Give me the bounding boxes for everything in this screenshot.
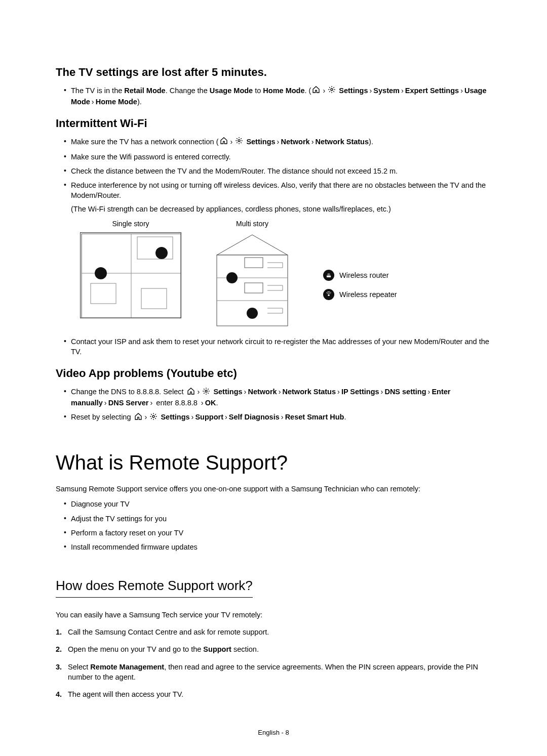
text: ).: [137, 98, 142, 106]
separator-icon: ›: [369, 87, 372, 95]
separator-icon: ›: [225, 413, 227, 421]
text: .: [344, 413, 346, 421]
list-item: Contact your ISP and ask them to reset y…: [64, 337, 491, 357]
nav-step: Settings: [213, 388, 242, 396]
diagram-row: Single story Multi story: [80, 219, 491, 328]
separator-icon: ›: [244, 388, 247, 396]
separator-icon: ›: [428, 388, 431, 396]
separator-icon: ›: [150, 399, 153, 407]
legend-label: Wireless router: [339, 270, 389, 280]
separator-icon: ›: [198, 388, 200, 396]
nav-step: Self Diagnosis: [229, 413, 280, 421]
svg-point-9: [155, 247, 168, 259]
list-item: Adjust the TV settings for you: [64, 514, 491, 524]
intro-remote-support: Samsung Remote Support service offers yo…: [56, 484, 491, 494]
text: Make sure the TV has a network connectio…: [71, 138, 219, 146]
separator-icon: ›: [311, 138, 314, 146]
separator-icon: ›: [145, 413, 147, 421]
floorplan-single-image: [80, 232, 181, 318]
separator-icon: ›: [92, 98, 94, 106]
separator-icon: ›: [323, 87, 325, 95]
heading-intermittent-wifi: Intermittent Wi-Fi: [56, 116, 491, 132]
text: Reduce interference by not using or turn…: [71, 181, 486, 199]
list-item: Install recommended firmware updates: [64, 542, 491, 552]
nav-step: OK: [205, 399, 216, 407]
nav-step: DNS Server: [108, 399, 149, 407]
heading-remote-support: What is Remote Support?: [56, 448, 491, 477]
separator-icon: ›: [279, 388, 281, 396]
diagram-single-story: Single story: [80, 219, 181, 318]
svg-point-18: [247, 308, 258, 319]
heading-tv-settings-lost: The TV settings are lost after 5 minutes…: [56, 65, 491, 80]
list-item: Perform a factory reset on your TV: [64, 528, 491, 538]
text: .: [216, 399, 218, 407]
separator-icon: ›: [104, 399, 107, 407]
text: Change the DNS to 8.8.8.8. Select: [71, 388, 186, 396]
nav-step: IP Settings: [341, 388, 379, 396]
separator-icon: ›: [201, 399, 204, 407]
diagram-multi-story: Multi story: [202, 219, 303, 328]
page-footer: English - 8: [56, 728, 491, 737]
separator-icon: ›: [401, 87, 404, 95]
text: . Change the: [166, 87, 210, 95]
step-text-bold: Support: [203, 645, 231, 653]
heading-how-remote-support: How does Remote Support work?: [56, 576, 253, 597]
nav-step: Network: [281, 138, 309, 146]
svg-marker-11: [217, 235, 288, 255]
text: . (: [305, 87, 311, 95]
text-bold: Home Mode: [263, 87, 304, 95]
gear-icon: [235, 137, 243, 147]
step-text: Call the Samsung Contact Centre and ask …: [68, 628, 269, 636]
router-icon: [323, 270, 334, 281]
step-number: 1.: [56, 627, 62, 637]
nav-step: Settings: [339, 87, 368, 95]
repeater-icon: [323, 289, 334, 300]
text-note: (The Wi-Fi strength can be decreased by …: [71, 204, 491, 214]
separator-icon: ›: [381, 388, 383, 396]
home-icon: [187, 387, 195, 398]
list-item: Check the distance between the TV and th…: [64, 166, 491, 176]
text-bold: Retail Mode: [124, 87, 165, 95]
home-icon: [220, 137, 228, 147]
nav-step: Support: [195, 413, 223, 421]
diagram-caption: Multi story: [236, 219, 268, 229]
step-item: 1.Call the Samsung Contact Centre and as…: [56, 627, 491, 637]
svg-point-10: [95, 267, 107, 279]
separator-icon: ›: [191, 413, 194, 421]
list-item: The TV is in the Retail Mode. Change the…: [64, 86, 491, 107]
nav-step: Network Status: [315, 138, 369, 146]
list-item: Make sure the Wifi password is entered c…: [64, 152, 491, 162]
legend-label: Wireless repeater: [339, 289, 397, 300]
gear-icon: [328, 86, 336, 96]
list-item: Make sure the TV has a network connectio…: [64, 137, 491, 148]
step-text-bold: Remote Management: [90, 663, 164, 671]
step-item: 2.Open the menu on your TV and go to the…: [56, 644, 491, 654]
list-item: Change the DNS to 8.8.8.8. Select › Sett…: [64, 387, 491, 408]
heading-video-app: Video App problems (Youtube etc): [56, 366, 491, 382]
list-item: Reset by selecting › Settings›Support›Se…: [64, 412, 491, 423]
nav-step: System: [373, 87, 400, 95]
list-tv-settings: The TV is in the Retail Mode. Change the…: [56, 86, 491, 107]
nav-step: Network Status: [282, 388, 336, 396]
list-video-app: Change the DNS to 8.8.8.8. Select › Sett…: [56, 387, 491, 423]
step-text: The agent will then access your TV.: [68, 690, 183, 698]
list-item: Diagnose your TV: [64, 499, 491, 509]
text: enter 8.8.8.8: [154, 399, 199, 407]
step-item: 3.Select Remote Management, then read an…: [56, 662, 491, 683]
step-number: 4.: [56, 689, 62, 699]
step-text: Select: [68, 663, 90, 671]
diagram-legend: Wireless router Wireless repeater: [323, 270, 397, 300]
step-number: 3.: [56, 662, 62, 672]
gear-icon: [202, 387, 210, 398]
text: The TV is in the: [71, 87, 124, 95]
list-wifi: Make sure the TV has a network connectio…: [56, 137, 491, 357]
nav-step: Home Mode: [96, 98, 137, 106]
list-remote-support: Diagnose your TV Adjust the TV settings …: [56, 499, 491, 552]
nav-step: Network: [248, 388, 277, 396]
list-item: Reduce interference by not using or turn…: [64, 180, 491, 328]
step-text: section.: [231, 645, 259, 653]
nav-step: Settings: [246, 138, 275, 146]
text-bold: Usage Mode: [210, 87, 253, 95]
gear-icon: [149, 412, 158, 423]
separator-icon: ›: [277, 138, 280, 146]
